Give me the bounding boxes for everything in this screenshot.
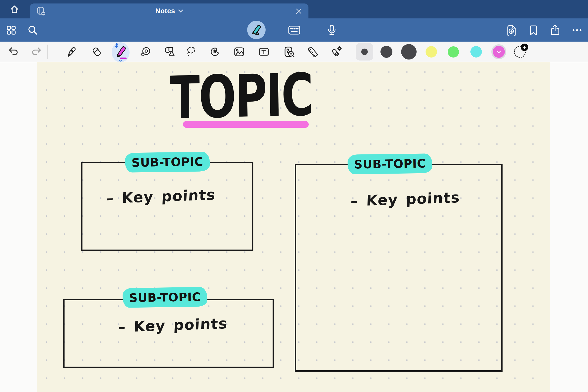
lasso-icon <box>185 46 197 58</box>
text-tool-button[interactable] <box>256 44 272 60</box>
home-icon <box>9 4 20 14</box>
color-swatch-magenta-selected[interactable] <box>493 46 505 58</box>
stroke-size-large[interactable] <box>401 44 417 60</box>
note-canvas[interactable]: TOPIC SUB-TOPIC SUB-TOPIC SUB-TOPIC – Ke… <box>37 62 550 392</box>
tape-icon <box>140 46 152 58</box>
undo-button[interactable] <box>6 44 22 60</box>
dictation-button[interactable] <box>324 22 340 38</box>
pen-mode-icon <box>250 24 263 36</box>
pen-tool-button[interactable] <box>64 44 80 60</box>
search-icon <box>27 25 38 36</box>
share-button[interactable] <box>547 22 563 38</box>
document-tab[interactable]: Notes <box>30 4 308 18</box>
title-highlight-underline <box>183 121 309 128</box>
close-tab-button[interactable] <box>295 8 302 15</box>
sticker-icon <box>209 46 221 58</box>
keyboard-button[interactable] <box>286 22 302 38</box>
tab-title: Notes <box>155 7 175 15</box>
laser-pointer-icon <box>330 46 342 58</box>
apps-grid-icon <box>6 25 17 36</box>
lasso-tool-button[interactable] <box>183 44 199 60</box>
plus-icon: + <box>521 44 528 51</box>
eraser-icon <box>91 46 103 58</box>
new-page-button[interactable] <box>503 22 519 38</box>
close-icon <box>296 8 302 14</box>
stroke-size-small-dot <box>361 48 368 55</box>
handwriting-search-icon <box>283 46 295 58</box>
text-tool-icon <box>258 46 270 58</box>
subtopic-label-2: SUB-TOPIC <box>348 154 432 174</box>
apps-grid-button[interactable] <box>3 22 19 38</box>
color-swatch-yellow[interactable] <box>425 46 437 58</box>
tape-tool-button[interactable] <box>138 44 154 60</box>
bookmark-icon <box>528 24 538 36</box>
highlighter-tool-button[interactable] <box>112 42 130 62</box>
nav-bar <box>0 18 588 42</box>
microphone-icon <box>326 24 337 36</box>
handwriting-search-button[interactable] <box>281 44 297 60</box>
shapes-icon <box>164 46 176 58</box>
redo-icon <box>31 46 42 57</box>
shapes-tool-button[interactable] <box>162 44 178 60</box>
more-icon <box>571 25 582 36</box>
undo-icon <box>8 46 20 57</box>
pen-tool-icon <box>66 46 78 58</box>
highlighter-icon <box>113 43 129 62</box>
chevron-down-icon[interactable] <box>178 10 183 12</box>
image-tool-button[interactable] <box>231 44 247 60</box>
laser-pointer-button[interactable] <box>328 44 344 60</box>
color-swatch-cyan[interactable] <box>470 46 482 58</box>
sticker-tool-button[interactable] <box>207 44 223 60</box>
search-button[interactable] <box>25 22 41 38</box>
add-color-button[interactable]: + <box>514 46 526 58</box>
pen-mode-button[interactable] <box>247 21 266 39</box>
ruler-icon <box>307 46 319 58</box>
bookmark-button[interactable] <box>525 22 541 38</box>
new-page-icon <box>506 24 517 36</box>
stroke-size-small-selected[interactable] <box>356 43 373 60</box>
keyboard-icon <box>288 25 301 36</box>
more-button[interactable] <box>569 22 585 38</box>
home-button[interactable] <box>7 2 23 16</box>
toolbar-divider <box>47 44 48 59</box>
chevron-down-icon <box>496 50 501 53</box>
subtopic-label-3: SUB-TOPIC <box>123 287 208 308</box>
editing-toolbar: + <box>0 42 588 62</box>
eraser-tool-button[interactable] <box>89 44 105 60</box>
color-swatch-green[interactable] <box>448 46 459 58</box>
subtopic-label-1: SUB-TOPIC <box>125 152 210 172</box>
image-icon <box>233 46 245 58</box>
stroke-size-medium[interactable] <box>380 46 392 58</box>
ruler-tool-button[interactable] <box>305 44 321 60</box>
top-bar: Notes <box>0 0 588 18</box>
share-icon <box>550 24 560 36</box>
redo-button[interactable] <box>28 44 44 60</box>
